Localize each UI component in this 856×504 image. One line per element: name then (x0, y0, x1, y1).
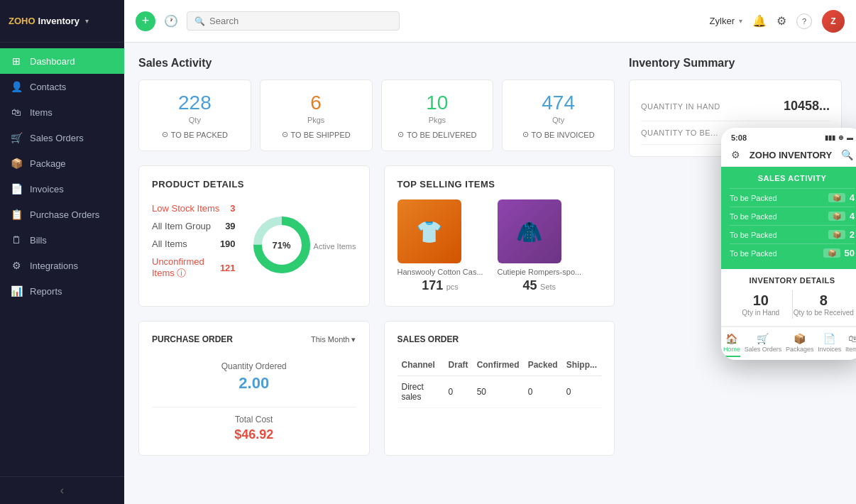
po-cost-label: Total Cost (152, 415, 356, 424)
packed-label: ⊙ TO BE PACKED (150, 130, 239, 139)
mobile-sa-badge-1: 📦 (828, 193, 845, 202)
shipped-label: ⊙ TO BE SHIPPED (272, 130, 361, 139)
delivered-label: ⊙ TO BE DELIVERED (393, 130, 482, 139)
card-to-be-packed[interactable]: 228 Qty ⊙ TO BE PACKED (138, 80, 251, 151)
table-row[interactable]: Direct sales 0 50 0 0 (397, 376, 602, 408)
row-shipped: 0 (562, 376, 601, 408)
sidebar-item-contacts[interactable]: 👤 Contacts (0, 74, 124, 99)
chevron-down-icon[interactable]: ▾ (85, 17, 89, 25)
sidebar-item-integrations[interactable]: ⚙ Integrations (0, 253, 124, 278)
search-bar[interactable]: 🔍 (187, 11, 400, 31)
delivered-value: 10 (393, 92, 482, 114)
top-item-2[interactable]: 🧥 Cutiepie Rompers-spo... 45 Sets (498, 199, 582, 293)
mobile-qty-in-hand: 10 Qty in Hand (730, 292, 792, 317)
sidebar-item-purchase-orders[interactable]: 📋 Purchase Orders (0, 202, 124, 227)
unconfirmed-value: 121 (220, 263, 236, 273)
po-qty-value: 2.00 (152, 374, 356, 393)
mobile-nav-packages[interactable]: 📦 Packages (786, 333, 814, 357)
mobile-nav-home-label: Home (723, 346, 740, 353)
mobile-sa-row-2[interactable]: To be Packed 📦 4 (730, 207, 855, 225)
pd-list: Low Stock Items 3 All Item Group 39 All … (152, 199, 236, 283)
row-channel: Direct sales (397, 376, 444, 408)
purchase-order-section: PURCHASE ORDER This Month ▾ Quantity Ord… (138, 321, 370, 456)
mobile-sa-row-1[interactable]: To be Packed 📦 4 (730, 188, 855, 207)
search-input[interactable] (209, 16, 392, 26)
sidebar-item-sales-orders[interactable]: 🛒 Sales Orders (0, 125, 124, 150)
mobile-gear-icon[interactable]: ⚙ (731, 149, 740, 160)
mobile-inv-title: INVENTORY DETAILS (730, 276, 855, 285)
help-icon[interactable]: ? (796, 13, 812, 29)
card-to-be-delivered[interactable]: 10 Pkgs ⊙ TO BE DELIVERED (381, 80, 494, 151)
product-row-unconfirmed[interactable]: Unconfirmed Items ⓘ 121 (152, 253, 236, 283)
unconfirmed-label: Unconfirmed Items ⓘ (152, 256, 220, 280)
so-title: SALES ORDER (397, 334, 602, 344)
sidebar-collapse-button[interactable]: ‹ (0, 476, 124, 504)
app-name-text: Inventory (38, 16, 80, 26)
sidebar-item-label: Reports (30, 286, 62, 297)
mobile-sa-row-3[interactable]: To be Packed 📦 2 (730, 225, 855, 243)
inv-to-receive-label: QUANTITY TO BE... (641, 128, 718, 137)
sales-activity-section: Sales Activity 228 Qty ⊙ TO BE PACKED 6 (138, 57, 615, 151)
inventory-summary-title: Inventory Summary (629, 57, 842, 70)
sales-activity-title: Sales Activity (138, 57, 615, 70)
mobile-nav-items[interactable]: 🛍 Items (845, 333, 856, 357)
mobile-sa-num-2: 4 (850, 211, 855, 221)
inv-row-in-hand[interactable]: QUANTITY IN HAND 10458... (641, 92, 830, 121)
card-to-be-shipped[interactable]: 6 Pkgs ⊙ TO BE SHIPPED (260, 80, 373, 151)
sidebar-logo[interactable]: ZOHO Inventory ▾ (0, 0, 124, 43)
mobile-nav-home[interactable]: 🏠 Home (723, 333, 740, 357)
sidebar-item-reports[interactable]: 📊 Reports (0, 278, 124, 304)
top-item-1[interactable]: 👕 Hanswooly Cotton Cas... 171 pcs (397, 199, 483, 293)
col-channel: Channel (397, 354, 444, 376)
mobile-sa-row-4[interactable]: To be Packed 📦 50 (730, 243, 855, 262)
mobile-packages-icon: 📦 (794, 333, 806, 344)
mobile-nav-items-label: Items (845, 346, 856, 353)
sidebar-item-dashboard[interactable]: ⊞ Dashboard (0, 48, 124, 74)
mobile-qty-in-hand-label: Qty in Hand (730, 309, 792, 317)
product-row-all-items[interactable]: All Items 190 (152, 235, 236, 253)
package-icon: 📦 (10, 158, 23, 169)
item-1-name: Hanswooly Cotton Cas... (397, 268, 483, 276)
item-1-count: 171 pcs (397, 278, 483, 293)
settings-icon[interactable]: ⚙ (777, 14, 786, 28)
sidebar-item-items[interactable]: 🛍 Items (0, 99, 124, 125)
mobile-nav-inv-label: Invoices (818, 346, 841, 353)
sidebar-item-bills[interactable]: 🗒 Bills (0, 227, 124, 253)
all-items-value: 190 (220, 239, 236, 249)
bottom-row: PRODUCT DETAILS Low Stock Items 3 All It… (138, 165, 615, 307)
mobile-qty-in-hand-value: 10 (730, 292, 792, 309)
sidebar-item-package[interactable]: 📦 Package (0, 150, 124, 176)
po-qty-ordered: Quantity Ordered 2.00 (152, 354, 356, 400)
mobile-invoices-icon: 📄 (823, 333, 835, 344)
add-button[interactable]: + (136, 11, 155, 31)
mobile-nav-sales-orders[interactable]: 🛒 Sales Orders (745, 333, 782, 357)
clock-button[interactable]: 🕐 (164, 14, 178, 28)
item-2-name: Cutiepie Rompers-spo... (498, 268, 582, 276)
content-area: Sales Activity 228 Qty ⊙ TO BE PACKED 6 (124, 43, 856, 504)
sidebar-item-invoices[interactable]: 📄 Invoices (0, 176, 124, 202)
reports-icon: 📊 (10, 285, 23, 297)
sidebar-item-label: Sales Orders (30, 133, 84, 143)
invoiced-label: ⊙ TO BE INVOICED (514, 130, 603, 139)
mobile-nav-invoices[interactable]: 📄 Invoices (818, 333, 841, 357)
header: + 🕐 🔍 Zylker ▾ 🔔 ⚙ ? Z (124, 0, 856, 43)
invoiced-value: 474 (514, 92, 603, 114)
product-row-item-group[interactable]: All Item Group 39 (152, 217, 236, 235)
mobile-search-icon[interactable]: 🔍 (841, 149, 853, 160)
avatar[interactable]: Z (822, 10, 845, 33)
user-menu[interactable]: Zylker ▾ (710, 16, 742, 26)
po-so-row: PURCHASE ORDER This Month ▾ Quantity Ord… (138, 321, 615, 456)
mobile-sa-num-4: 50 (845, 248, 855, 258)
product-row-low-stock[interactable]: Low Stock Items 3 (152, 199, 236, 217)
zoho-logo: ZOHO Inventory ▾ (9, 16, 89, 26)
circle-arrow-icon: ⊙ (397, 130, 404, 139)
sidebar-item-label: Contacts (30, 82, 66, 92)
invoiced-unit: Qty (514, 116, 603, 124)
mobile-sa-badge-3: 📦 (828, 230, 845, 239)
notifications-icon[interactable]: 🔔 (752, 14, 767, 28)
sidebar-item-label: Items (30, 107, 53, 118)
mobile-sa-label-3: To be Packed (730, 231, 777, 239)
mobile-app-header: ⚙ ZOHO INVENTORY 🔍 (721, 145, 856, 167)
card-to-be-invoiced[interactable]: 474 Qty ⊙ TO BE INVOICED (502, 80, 615, 151)
po-filter-dropdown[interactable]: This Month ▾ (311, 335, 356, 344)
